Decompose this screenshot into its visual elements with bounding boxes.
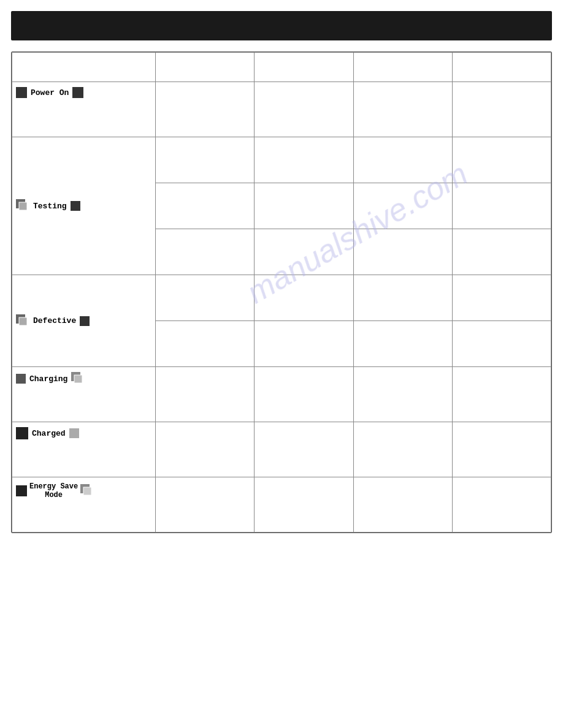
power-on-state-cell: Power On <box>12 82 156 137</box>
charged-label: Charged <box>32 429 66 438</box>
defective-label: Defective <box>33 316 76 325</box>
power-on-row: Power On <box>12 82 551 137</box>
state-table: Power On Testi <box>12 52 551 533</box>
testing-sub1-data-2 <box>255 137 353 183</box>
testing-sub2-data-1 <box>156 183 255 229</box>
charging-data-4 <box>452 367 551 422</box>
defective-sub2-data-4 <box>452 321 551 367</box>
energy-save-row: Energy SaveMode <box>12 477 551 533</box>
defective-sub2-data-3 <box>353 321 452 367</box>
power-on-icon-left <box>16 87 27 98</box>
power-on-data-4 <box>452 82 551 137</box>
testing-sub3-data-3 <box>353 229 452 275</box>
header-cell-5 <box>452 53 551 82</box>
charging-icon-left <box>16 374 26 384</box>
charged-state-cell: Charged <box>12 422 156 477</box>
defective-icon-left <box>16 314 29 328</box>
charged-data-1 <box>156 422 255 477</box>
charging-row: Charging <box>12 367 551 422</box>
testing-sub2-data-3 <box>353 183 452 229</box>
header-bar <box>11 11 552 40</box>
testing-sub2-data-2 <box>255 183 353 229</box>
charging-data-2 <box>255 367 353 422</box>
defective-sub1-data-1 <box>156 275 255 321</box>
charged-data-2 <box>255 422 353 477</box>
header-cell-3 <box>255 53 353 82</box>
testing-icon-right <box>71 201 80 211</box>
defective-sub-row-1: Defective <box>12 275 551 321</box>
charging-label: Charging <box>29 374 67 384</box>
charged-icon-right <box>69 428 79 438</box>
testing-sub-row-1: Testing <box>12 137 551 183</box>
testing-sub1-data-1 <box>156 137 255 183</box>
defective-sub2-data-1 <box>156 321 255 367</box>
testing-sub1-data-3 <box>353 137 452 183</box>
header-cell-state <box>12 53 156 82</box>
charging-icon-right <box>71 372 85 385</box>
power-on-data-1 <box>156 82 255 137</box>
svg-rect-7 <box>83 487 91 495</box>
testing-sub1-data-4 <box>452 137 551 183</box>
charged-icon-left <box>16 427 28 439</box>
testing-label: Testing <box>33 202 67 211</box>
svg-rect-3 <box>19 317 27 325</box>
energy-save-data-4 <box>452 477 551 533</box>
charged-data-3 <box>353 422 452 477</box>
defective-state-cell: Defective <box>12 275 156 367</box>
svg-rect-5 <box>74 375 82 383</box>
power-on-icon-right <box>72 87 83 98</box>
power-on-data-3 <box>353 82 452 137</box>
testing-icon-left <box>16 199 29 213</box>
testing-sub2-data-4 <box>452 183 551 229</box>
energy-save-data-3 <box>353 477 452 533</box>
defective-sub1-data-3 <box>353 275 452 321</box>
energy-save-data-1 <box>156 477 255 533</box>
charging-data-1 <box>156 367 255 422</box>
energy-save-data-2 <box>255 477 353 533</box>
energy-save-state-cell: Energy SaveMode <box>12 477 156 533</box>
svg-rect-1 <box>19 202 27 210</box>
defective-sub1-data-4 <box>452 275 551 321</box>
table-header-row <box>12 53 551 82</box>
table-container: Power On Testi <box>11 51 552 533</box>
power-on-label: Power On <box>31 88 69 97</box>
defective-sub1-data-2 <box>255 275 353 321</box>
energy-save-label: Energy SaveMode <box>29 482 78 500</box>
testing-sub3-data-1 <box>156 229 255 275</box>
header-cell-2 <box>156 53 255 82</box>
energy-save-icon-right <box>80 484 94 498</box>
charged-row: Charged <box>12 422 551 477</box>
header-cell-4 <box>353 53 452 82</box>
defective-icon-right <box>80 316 90 326</box>
testing-state-cell: Testing <box>12 137 156 275</box>
testing-sub3-data-2 <box>255 229 353 275</box>
energy-save-icon-left <box>16 485 27 496</box>
testing-sub3-data-4 <box>452 229 551 275</box>
defective-sub2-data-2 <box>255 321 353 367</box>
charging-data-3 <box>353 367 452 422</box>
charged-data-4 <box>452 422 551 477</box>
charging-state-cell: Charging <box>12 367 156 422</box>
power-on-data-2 <box>255 82 353 137</box>
